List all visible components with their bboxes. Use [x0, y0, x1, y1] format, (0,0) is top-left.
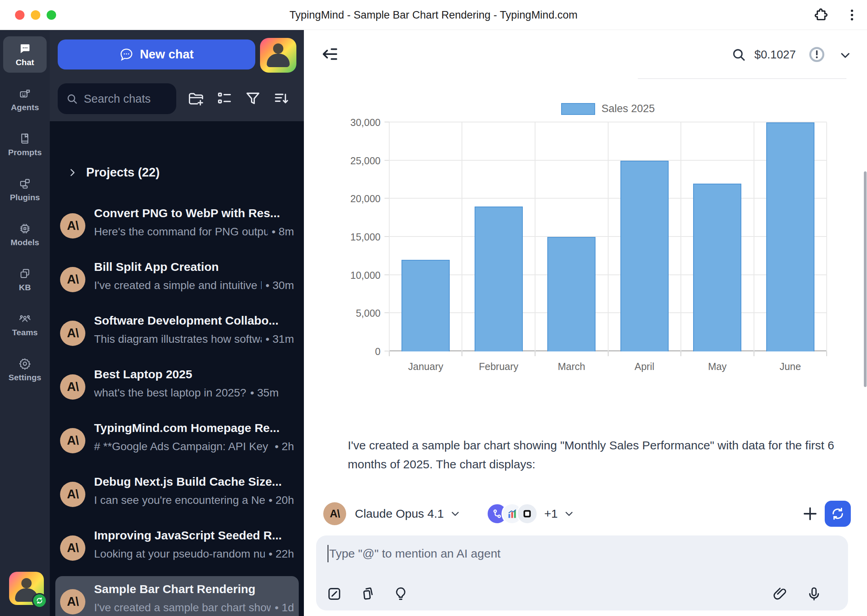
anthropic-avatar: A\: [60, 267, 85, 292]
sidebar-item-label: Settings: [9, 373, 41, 382]
collapse-sidebar-icon[interactable]: [321, 45, 339, 63]
prompt-template-icon[interactable]: [326, 586, 342, 602]
sidebar-item-kb[interactable]: KB: [3, 261, 47, 298]
bar-june[interactable]: [766, 122, 814, 351]
chat-time: • 35m: [250, 387, 279, 399]
assistant-message: I've created a sample bar chart showing …: [348, 436, 842, 474]
chart-legend[interactable]: Sales 2025: [389, 103, 827, 115]
usage-cost[interactable]: $0.1027: [754, 48, 796, 61]
filter-icon[interactable]: [244, 90, 262, 107]
regenerate-button[interactable]: [825, 501, 851, 527]
bar-february[interactable]: [475, 207, 523, 351]
sort-icon[interactable]: [273, 90, 290, 107]
anthropic-avatar: A\: [60, 589, 85, 614]
cost-alert-icon[interactable]: [808, 46, 826, 63]
sidebar-item-label: Teams: [12, 328, 38, 337]
bar-january[interactable]: [401, 260, 450, 351]
chat-preview: I can see you're encountering a Next...: [94, 494, 265, 507]
chat-preview: This diagram illustrates how softwar...: [94, 333, 262, 346]
y-axis-tick-label: 30,000: [351, 117, 381, 128]
chat-preview: I've created a sample bar chart showi...: [94, 601, 271, 614]
y-axis-tick-label: 20,000: [351, 193, 381, 205]
user-photo: [21, 578, 32, 588]
sidebar-item-label: Models: [11, 238, 39, 247]
pages-copy-icon[interactable]: [360, 586, 375, 602]
scrollbar-thumb[interactable]: [864, 171, 867, 387]
composer-input[interactable]: Type "@" to mention an AI agent: [316, 535, 848, 610]
chat-meta-row: # **Google Ads Campaign: API Key U...• 2…: [94, 440, 294, 453]
plugin-stack[interactable]: [486, 503, 538, 524]
composer-right-tools: [772, 586, 822, 602]
paperclip-icon[interactable]: [772, 586, 788, 602]
y-axis-tick-label: 0: [375, 346, 381, 357]
composer-tools: [326, 586, 409, 602]
browser-menu-kebab-icon[interactable]: [844, 7, 860, 23]
chat-time: • 31m: [266, 333, 294, 346]
plugins-more-count[interactable]: +1: [544, 507, 558, 520]
extensions-puzzle-icon[interactable]: [813, 7, 829, 23]
y-axis-tick-label: 10,000: [351, 269, 381, 281]
add-attachment-plus-icon[interactable]: [801, 505, 819, 523]
sidebar-item-plugins[interactable]: Plugins: [3, 171, 47, 208]
legend-label: Sales 2025: [601, 103, 655, 115]
sidebar-item-label: Prompts: [8, 148, 41, 157]
list-item[interactable]: A\Bill Split App CreationI've created a …: [55, 254, 299, 305]
list-item[interactable]: A\Sample Bar Chart RenderingI've created…: [55, 576, 299, 616]
header-divider: [638, 78, 846, 79]
model-selector[interactable]: Claude Opus 4.1: [355, 507, 444, 520]
kb-icon: [19, 267, 31, 280]
window-plugin-icon: [516, 503, 538, 524]
projects-section-header[interactable]: Projects (22): [67, 165, 304, 180]
new-folder-icon[interactable]: [187, 90, 205, 107]
agents-icon: [19, 87, 31, 100]
list-item[interactable]: A\Improving JavaScript Seeded R...Lookin…: [55, 522, 299, 574]
chat-title: Best Laptop 2025: [94, 368, 292, 381]
plugins-chevron-down-icon[interactable]: [563, 508, 575, 520]
settings-icon: [19, 357, 31, 370]
x-axis-tick-label: June: [780, 361, 801, 372]
list-item[interactable]: A\Software Development Collabo...This di…: [55, 308, 299, 359]
sidebar-item-chat[interactable]: Chat: [3, 36, 47, 73]
search-input[interactable]: Search chats: [58, 83, 176, 114]
sidebar-item-agents[interactable]: Agents: [3, 81, 47, 118]
conversation-search-icon[interactable]: [731, 47, 746, 62]
gridline-vertical: [389, 122, 390, 351]
composer-placeholder-line: Type "@" to mention an AI agent: [328, 545, 501, 562]
x-axis-tick-label: January: [408, 361, 443, 372]
chat-time: • 1d: [275, 601, 294, 614]
bulk-select-icon[interactable]: [216, 90, 233, 107]
chat-title: Sample Bar Chart Rendering: [94, 582, 292, 596]
anthropic-avatar: A\: [60, 482, 85, 507]
sidebar-toolbar: Search chats: [58, 83, 296, 115]
profile-avatar[interactable]: [260, 38, 296, 73]
lightbulb-icon[interactable]: [393, 586, 409, 602]
list-item[interactable]: A\TypingMind.com Homepage Re...# **Googl…: [55, 415, 299, 466]
bar-april[interactable]: [620, 161, 669, 351]
search-placeholder: Search chats: [84, 92, 151, 105]
microphone-icon[interactable]: [806, 586, 822, 602]
model-chevron-down-icon[interactable]: [449, 508, 461, 520]
chat-time: • 22h: [269, 548, 294, 560]
list-item[interactable]: A\Debug Next.js Build Cache Size...I can…: [55, 469, 299, 520]
list-item[interactable]: A\Best Laptop 2025what's the best laptop…: [55, 361, 299, 413]
gridline-vertical: [680, 122, 681, 351]
user-avatar[interactable]: [9, 572, 44, 605]
x-axis-tick-label: March: [558, 361, 585, 372]
chat-title: Convert PNG to WebP with Res...: [94, 207, 292, 220]
header-chevron-down-icon[interactable]: [838, 48, 852, 62]
bar-march[interactable]: [547, 237, 596, 351]
list-item[interactable]: A\Convert PNG to WebP with Res...Here's …: [55, 200, 299, 252]
nav-rail: ChatAgentsPromptsPluginsModelsKBTeamsSet…: [0, 30, 50, 616]
prompts-icon: [19, 132, 31, 145]
legend-swatch: [561, 103, 595, 115]
chat-bubble-icon: [119, 47, 134, 62]
sidebar-item-teams[interactable]: Teams: [3, 306, 47, 343]
sidebar-item-prompts[interactable]: Prompts: [3, 126, 47, 163]
chat-meta-row: I can see you're encountering a Next...•…: [94, 494, 294, 507]
sidebar-item-settings[interactable]: Settings: [3, 351, 47, 388]
plugins-icon: [19, 177, 31, 190]
new-chat-button[interactable]: New chat: [58, 39, 255, 69]
sidebar-item-label: Agents: [11, 103, 39, 112]
bar-may[interactable]: [693, 184, 741, 351]
sidebar-item-models[interactable]: Models: [3, 216, 47, 253]
